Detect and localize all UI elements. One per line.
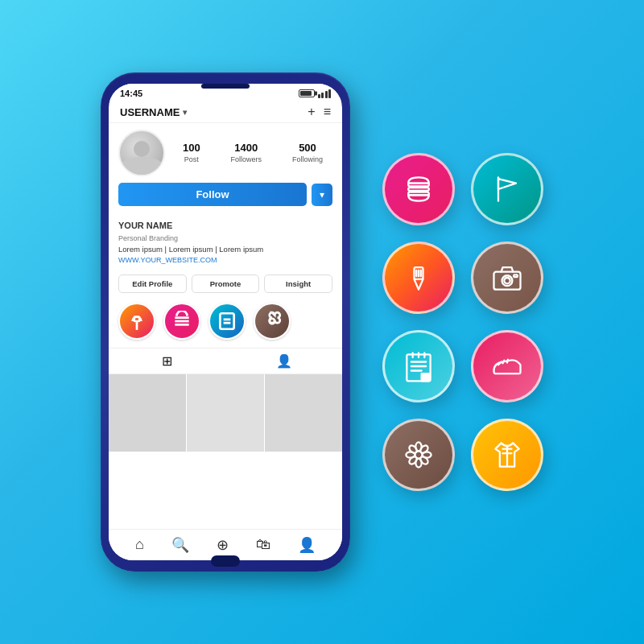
stat-posts: 100 Post: [183, 142, 200, 165]
profile-subtitle: Personal Branding: [118, 233, 332, 245]
add-nav-icon[interactable]: ⊕: [217, 536, 229, 554]
bio-section: YOUR NAME Personal Branding Lorem ipsum …: [109, 219, 342, 271]
flower-icon-circle[interactable]: [382, 419, 455, 491]
grid-tab[interactable]: ⊞: [109, 353, 225, 369]
highlight-item[interactable]: [118, 303, 155, 340]
insight-button[interactable]: Insight: [264, 275, 332, 293]
svg-point-32: [419, 444, 429, 455]
username-area[interactable]: USERNAME ▾: [120, 106, 187, 118]
svg-rect-17: [514, 275, 518, 277]
menu-icon[interactable]: ≡: [324, 105, 331, 119]
notepad-icon-circle[interactable]: [382, 330, 455, 402]
highlight-burger: [163, 303, 200, 340]
signal-bars: [318, 89, 332, 98]
following-count: 500: [292, 142, 323, 155]
shop-nav-icon[interactable]: 🛍: [256, 536, 270, 554]
follow-button[interactable]: Follow: [118, 183, 307, 206]
action-buttons: Edit Profile Promote Insight: [109, 271, 342, 299]
battery-icon: [299, 89, 315, 97]
svg-rect-2: [220, 313, 233, 329]
svg-point-16: [504, 278, 510, 283]
highlight-icecream: [118, 303, 155, 340]
post-label: Post: [184, 155, 199, 163]
svg-rect-1: [134, 316, 140, 320]
top-nav-icons: + ≡: [308, 105, 331, 119]
highlight-notepad: [208, 303, 246, 340]
username-text: USERNAME: [120, 106, 180, 118]
post-count: 100: [183, 142, 200, 155]
camera-icon-circle[interactable]: [471, 242, 543, 314]
ice-cream-icon-circle[interactable]: [382, 242, 455, 314]
highlight-item[interactable]: [254, 303, 291, 340]
svg-rect-7: [408, 188, 429, 191]
profile-bio: Lorem ipsum | Lorem ipsum | Lorem ipsum: [118, 244, 332, 255]
profile-website[interactable]: WWW.YOUR_WEBSITE.COM: [118, 255, 332, 266]
promote-button[interactable]: Promote: [192, 275, 260, 293]
profile-name: YOUR NAME: [118, 219, 332, 233]
svg-point-31: [419, 455, 429, 465]
phone-outer: 14:45: [101, 72, 350, 572]
photo-cell-2: [187, 374, 264, 452]
shoe-icon-circle[interactable]: [471, 330, 543, 402]
search-nav-icon[interactable]: 🔍: [171, 536, 189, 554]
following-label: Following: [292, 155, 323, 163]
photo-cell-3: [265, 374, 342, 452]
home-button: [211, 555, 240, 567]
highlight-flower: [254, 303, 291, 340]
burger-icon-circle[interactable]: [382, 153, 455, 225]
avatar: [118, 130, 165, 176]
status-time: 14:45: [120, 89, 142, 98]
flag-icon-circle[interactable]: [471, 153, 543, 225]
top-nav: USERNAME ▾ + ≡: [109, 101, 342, 123]
edit-profile-button[interactable]: Edit Profile: [118, 275, 187, 293]
follow-row: Follow ▾: [118, 183, 332, 206]
profile-section: 100 Post 1400 Followers 500 Following: [109, 123, 342, 219]
add-icon[interactable]: +: [308, 105, 315, 119]
stat-followers: 1400 Followers: [231, 142, 262, 165]
profile-row: 100 Post 1400 Followers 500 Following: [118, 130, 332, 176]
profile-nav-icon[interactable]: 👤: [298, 536, 316, 554]
status-icons: [299, 89, 332, 98]
photo-grid: [109, 374, 342, 529]
follow-dropdown-button[interactable]: ▾: [312, 184, 332, 206]
content-tab-bar: ⊞ 👤: [109, 348, 342, 374]
phone-screen: 14:45: [109, 84, 342, 560]
home-nav-icon[interactable]: ⌂: [135, 536, 144, 554]
chevron-down-icon: ▾: [183, 108, 187, 117]
phone-wrapper: 14:45: [101, 72, 350, 572]
svg-point-30: [408, 444, 419, 455]
highlight-item[interactable]: [163, 303, 200, 340]
status-bar: 14:45: [109, 84, 342, 101]
main-container: 14:45: [8, 72, 636, 572]
followers-label: Followers: [231, 155, 262, 163]
followers-count: 1400: [231, 142, 262, 155]
stat-following: 500 Following: [292, 142, 323, 165]
svg-point-33: [408, 455, 419, 465]
highlight-item[interactable]: [208, 303, 246, 340]
stats-row: 100 Post 1400 Followers 500 Following: [173, 142, 332, 165]
app-icons-grid: [382, 153, 543, 491]
story-highlights: [109, 299, 342, 348]
tag-tab[interactable]: 👤: [225, 353, 342, 369]
shirt-icon-circle[interactable]: [471, 419, 543, 491]
svg-rect-6: [408, 184, 429, 187]
photo-cell-1: [109, 374, 186, 452]
